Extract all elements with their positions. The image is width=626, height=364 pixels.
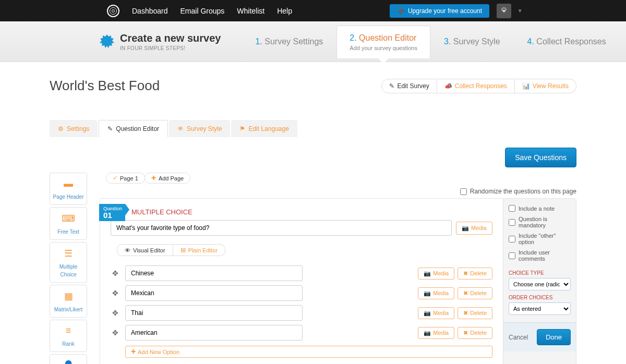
x-icon: ✖ xyxy=(463,270,468,277)
user-menu-icon[interactable] xyxy=(497,4,511,18)
plus-circle-icon: ➕ xyxy=(397,7,405,15)
nav-help[interactable]: Help xyxy=(277,7,292,15)
nav-whitelist[interactable]: Whitelist xyxy=(237,7,264,15)
setting-checkbox[interactable] xyxy=(509,236,515,242)
option-media-button[interactable]: 📷Media xyxy=(418,307,454,319)
upgrade-button[interactable]: ➕ Upgrade your free account xyxy=(390,4,489,18)
option-delete-button[interactable]: ✖Delete xyxy=(458,287,492,299)
done-button[interactable]: Done xyxy=(537,329,571,345)
sidebar-item-page-header[interactable]: ▬Page Header xyxy=(50,173,87,205)
nav-dashboard[interactable]: Dashboard xyxy=(132,7,168,15)
page-tab-1[interactable]: ✓Page 1 xyxy=(106,173,145,184)
x-icon: ✖ xyxy=(463,310,468,317)
bar-chart-icon: 📊 xyxy=(522,82,530,90)
eye-icon: 👁 xyxy=(177,125,184,132)
tab-settings[interactable]: ⚙Settings xyxy=(50,120,98,137)
option-media-button[interactable]: 📷Media xyxy=(418,327,454,339)
setting-label: Include user comments xyxy=(519,249,571,262)
step-collect-responses[interactable]: 4. Collect Responses xyxy=(514,37,620,46)
choice-type-select[interactable]: Choose one (radio) xyxy=(509,278,571,290)
option-media-button[interactable]: 📷Media xyxy=(418,287,454,299)
tab-question-editor[interactable]: ✎Question Editor xyxy=(99,120,168,137)
step-survey-settings[interactable]: 1. Survey Settings xyxy=(242,37,336,46)
option-row: ✥📷Media✖Delete xyxy=(111,265,492,281)
drag-handle-icon[interactable]: ✥ xyxy=(111,329,120,337)
collect-responses-button[interactable]: 📣Collect Responses xyxy=(437,79,515,93)
x-icon: ✖ xyxy=(463,330,468,336)
question-card: Question01 MULTIPLE CHOICE 📷Media 👁Visua… xyxy=(100,198,576,364)
upgrade-label: Upgrade your free account xyxy=(408,7,482,15)
camera-icon: 📷 xyxy=(424,310,431,317)
choice-type-label: CHOICE TYPE xyxy=(509,270,571,276)
option-input[interactable] xyxy=(125,305,303,321)
step-survey-style[interactable]: 3. Survey Style xyxy=(430,37,514,46)
setting-label: Include a note xyxy=(519,205,555,212)
grid-icon: ▦ xyxy=(52,290,85,302)
option-row: ✥📷Media✖Delete xyxy=(111,305,492,321)
sidebar-item-name[interactable]: 👤Name xyxy=(50,354,87,364)
question-number-flag: Question01 xyxy=(99,204,125,221)
logo-icon[interactable] xyxy=(107,5,119,17)
plain-editor-tab[interactable]: ▤Plain Editor xyxy=(173,244,225,256)
burst-icon xyxy=(99,34,115,50)
svg-marker-1 xyxy=(100,34,114,48)
camera-icon: 📷 xyxy=(424,290,431,297)
question-settings-panel: Include a noteQuestion is mandatoryInclu… xyxy=(503,199,576,364)
action-buttons: ✎Edit Survey 📣Collect Responses 📊View Re… xyxy=(381,79,576,93)
drag-handle-icon[interactable]: ✥ xyxy=(111,289,120,297)
cancel-button[interactable]: Cancel xyxy=(509,334,528,341)
save-questions-button[interactable]: Save Questions xyxy=(505,148,576,167)
sidebar-item-matrix[interactable]: ▦Matrix/Likert xyxy=(50,285,87,318)
setting-checkbox-row: Question is mandatory xyxy=(509,216,571,228)
nav-links: Dashboard Email Groups Whitelist Help xyxy=(132,7,292,15)
tab-edit-language[interactable]: ⚑Edit Language xyxy=(231,120,297,137)
chevron-down-icon[interactable]: ▾ xyxy=(519,7,522,14)
order-choices-label: ORDER CHOICES xyxy=(509,295,571,300)
nav-email-groups[interactable]: Email Groups xyxy=(180,7,225,15)
plus-icon: ✚ xyxy=(131,348,136,355)
option-input[interactable] xyxy=(125,285,303,301)
question-media-button[interactable]: 📷Media xyxy=(456,222,492,235)
option-delete-button[interactable]: ✖Delete xyxy=(458,268,492,280)
edit-survey-button[interactable]: ✎Edit Survey xyxy=(381,79,437,93)
create-subtitle: IN FOUR SIMPLE STEPS! xyxy=(120,45,221,51)
sidebar-item-multiple-choice[interactable]: ☰Multiple Choice xyxy=(50,242,87,283)
step-question-editor[interactable]: 2. Question Editor Add your survey quest… xyxy=(336,26,430,58)
option-delete-button[interactable]: ✖Delete xyxy=(458,307,492,319)
drag-handle-icon[interactable]: ✥ xyxy=(111,309,120,317)
eye-icon: 👁 xyxy=(125,247,130,253)
setting-checkbox[interactable] xyxy=(509,219,515,226)
sidebar-item-rank[interactable]: ≡Rank xyxy=(50,320,87,352)
flag-icon: ⚑ xyxy=(239,125,245,132)
add-page-button[interactable]: ✚Add Page xyxy=(145,173,190,184)
setting-checkbox[interactable] xyxy=(509,252,515,259)
option-input[interactable] xyxy=(125,325,303,341)
option-delete-button[interactable]: ✖Delete xyxy=(458,327,492,339)
tab-survey-style[interactable]: 👁Survey Style xyxy=(169,120,230,137)
pencil-icon: ✎ xyxy=(107,125,113,132)
list-icon: ☰ xyxy=(52,248,85,259)
setting-checkbox[interactable] xyxy=(509,205,515,212)
camera-icon: 📷 xyxy=(424,270,431,277)
drag-handle-icon[interactable]: ✥ xyxy=(111,269,120,277)
plus-icon: ✚ xyxy=(151,175,156,181)
option-input[interactable] xyxy=(125,265,303,281)
view-results-button[interactable]: 📊View Results xyxy=(515,79,576,93)
list-icon: ▤ xyxy=(180,247,186,253)
order-choices-select[interactable]: As entered xyxy=(509,302,571,315)
pencil-icon: ✎ xyxy=(389,82,394,90)
sidebar-item-free-text[interactable]: ⌨Free Text xyxy=(50,207,87,240)
setting-checkbox-row: Include a note xyxy=(509,205,571,212)
add-option-button[interactable]: ✚Add New Option xyxy=(125,346,492,358)
check-icon: ✓ xyxy=(113,175,117,181)
question-text-input[interactable] xyxy=(111,220,452,236)
camera-icon: 📷 xyxy=(424,330,431,336)
option-media-button[interactable]: 📷Media xyxy=(418,268,454,280)
gear-icon xyxy=(500,7,508,15)
step-subtitle: Add your survey questions xyxy=(350,45,417,51)
header-icon: ▬ xyxy=(52,178,85,189)
setting-label: Question is mandatory xyxy=(519,216,571,228)
survey-title: World's Best Food xyxy=(50,78,160,94)
visual-editor-tab[interactable]: 👁Visual Editor xyxy=(117,244,173,256)
randomize-checkbox[interactable] xyxy=(460,188,467,195)
